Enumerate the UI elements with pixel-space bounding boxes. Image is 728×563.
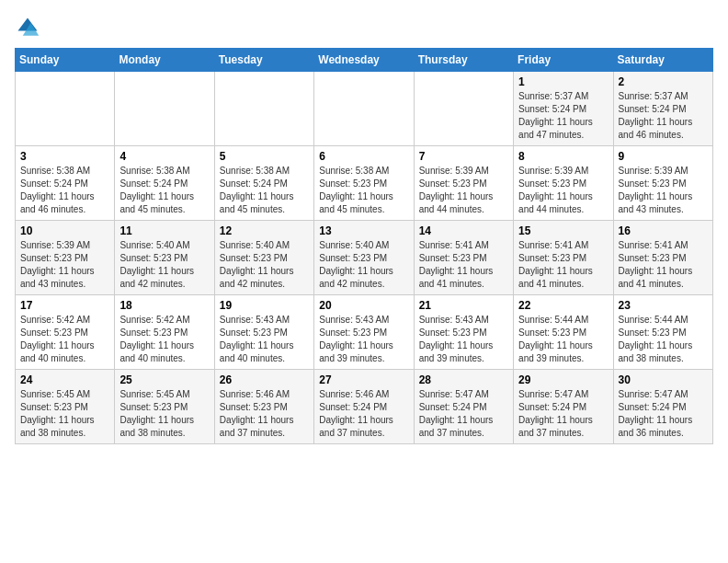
header-saturday: Saturday (613, 49, 712, 72)
day-info: Sunrise: 5:43 AMSunset: 5:23 PMDaylight:… (220, 314, 309, 365)
day-info: Sunrise: 5:40 AMSunset: 5:23 PMDaylight:… (119, 239, 209, 291)
table-row: 10Sunrise: 5:39 AMSunset: 5:23 PMDayligh… (16, 221, 115, 295)
calendar-week-row: 10Sunrise: 5:39 AMSunset: 5:23 PMDayligh… (16, 221, 713, 295)
day-info: Sunrise: 5:38 AMSunset: 5:23 PMDaylight:… (319, 165, 408, 216)
calendar-week-row: 17Sunrise: 5:42 AMSunset: 5:23 PMDayligh… (16, 295, 713, 370)
day-info: Sunrise: 5:41 AMSunset: 5:23 PMDaylight:… (518, 239, 608, 291)
table-row (16, 72, 115, 146)
table-row: 30Sunrise: 5:47 AMSunset: 5:24 PMDayligh… (613, 370, 712, 444)
day-info: Sunrise: 5:39 AMSunset: 5:23 PMDaylight:… (20, 239, 109, 291)
day-number: 15 (518, 224, 608, 237)
day-number: 7 (419, 150, 508, 163)
table-row: 3Sunrise: 5:38 AMSunset: 5:24 PMDaylight… (16, 146, 115, 221)
day-number: 8 (518, 150, 608, 163)
table-row: 7Sunrise: 5:39 AMSunset: 5:23 PMDaylight… (414, 146, 513, 221)
day-info: Sunrise: 5:40 AMSunset: 5:23 PMDaylight:… (319, 239, 408, 291)
day-info: Sunrise: 5:40 AMSunset: 5:23 PMDaylight:… (220, 239, 309, 291)
header-sunday: Sunday (16, 49, 115, 72)
table-row: 1Sunrise: 5:37 AMSunset: 5:24 PMDaylight… (514, 72, 613, 146)
day-info: Sunrise: 5:46 AMSunset: 5:23 PMDaylight:… (220, 388, 309, 440)
day-info: Sunrise: 5:39 AMSunset: 5:23 PMDaylight:… (619, 165, 708, 216)
table-row: 5Sunrise: 5:38 AMSunset: 5:24 PMDaylight… (214, 146, 313, 221)
header-wednesday: Wednesday (314, 49, 414, 72)
day-info: Sunrise: 5:38 AMSunset: 5:24 PMDaylight:… (220, 165, 309, 216)
table-row: 8Sunrise: 5:39 AMSunset: 5:23 PMDaylight… (514, 146, 613, 221)
table-row: 26Sunrise: 5:46 AMSunset: 5:23 PMDayligh… (214, 370, 313, 444)
calendar-week-row: 1Sunrise: 5:37 AMSunset: 5:24 PMDaylight… (16, 72, 713, 146)
table-row (115, 72, 214, 146)
header-thursday: Thursday (414, 49, 513, 72)
table-row: 12Sunrise: 5:40 AMSunset: 5:23 PMDayligh… (214, 221, 313, 295)
day-info: Sunrise: 5:44 AMSunset: 5:23 PMDaylight:… (619, 314, 708, 365)
calendar-table: Sunday Monday Tuesday Wednesday Thursday… (15, 48, 713, 444)
day-number: 26 (220, 373, 309, 386)
header-friday: Friday (514, 49, 613, 72)
day-info: Sunrise: 5:43 AMSunset: 5:23 PMDaylight:… (419, 314, 508, 365)
day-number: 29 (518, 373, 608, 386)
table-row: 25Sunrise: 5:45 AMSunset: 5:23 PMDayligh… (115, 370, 214, 444)
header-monday: Monday (115, 49, 214, 72)
day-info: Sunrise: 5:47 AMSunset: 5:24 PMDaylight:… (419, 388, 508, 440)
day-info: Sunrise: 5:46 AMSunset: 5:24 PMDaylight:… (319, 388, 408, 440)
day-info: Sunrise: 5:45 AMSunset: 5:23 PMDaylight:… (20, 388, 109, 440)
table-row: 17Sunrise: 5:42 AMSunset: 5:23 PMDayligh… (16, 295, 115, 370)
table-row: 16Sunrise: 5:41 AMSunset: 5:23 PMDayligh… (613, 221, 712, 295)
table-row: 29Sunrise: 5:47 AMSunset: 5:24 PMDayligh… (514, 370, 613, 444)
day-info: Sunrise: 5:41 AMSunset: 5:23 PMDaylight:… (619, 239, 708, 291)
day-number: 5 (220, 150, 309, 163)
table-row: 21Sunrise: 5:43 AMSunset: 5:23 PMDayligh… (414, 295, 513, 370)
table-row: 4Sunrise: 5:38 AMSunset: 5:24 PMDaylight… (115, 146, 214, 221)
day-number: 17 (20, 299, 109, 312)
table-row: 24Sunrise: 5:45 AMSunset: 5:23 PMDayligh… (16, 370, 115, 444)
logo (15, 15, 44, 40)
day-number: 19 (220, 299, 309, 312)
day-number: 28 (419, 373, 508, 386)
table-row: 6Sunrise: 5:38 AMSunset: 5:23 PMDaylight… (314, 146, 414, 221)
day-info: Sunrise: 5:39 AMSunset: 5:23 PMDaylight:… (518, 165, 608, 216)
day-number: 22 (518, 299, 608, 312)
day-number: 4 (119, 150, 209, 163)
day-info: Sunrise: 5:37 AMSunset: 5:24 PMDaylight:… (619, 90, 708, 142)
table-row: 2Sunrise: 5:37 AMSunset: 5:24 PMDaylight… (613, 72, 712, 146)
day-info: Sunrise: 5:38 AMSunset: 5:24 PMDaylight:… (20, 165, 109, 216)
day-info: Sunrise: 5:43 AMSunset: 5:23 PMDaylight:… (319, 314, 408, 365)
table-row: 15Sunrise: 5:41 AMSunset: 5:23 PMDayligh… (514, 221, 613, 295)
weekday-header-row: Sunday Monday Tuesday Wednesday Thursday… (16, 49, 713, 72)
day-number: 21 (419, 299, 508, 312)
day-number: 27 (319, 373, 408, 386)
table-row (414, 72, 513, 146)
day-number: 12 (220, 224, 309, 237)
day-number: 24 (20, 373, 109, 386)
table-row: 14Sunrise: 5:41 AMSunset: 5:23 PMDayligh… (414, 221, 513, 295)
day-number: 11 (119, 224, 209, 237)
logo-icon (15, 15, 40, 40)
day-number: 25 (119, 373, 209, 386)
table-row: 19Sunrise: 5:43 AMSunset: 5:23 PMDayligh… (214, 295, 313, 370)
day-number: 3 (20, 150, 109, 163)
day-number: 1 (518, 75, 608, 88)
day-info: Sunrise: 5:37 AMSunset: 5:24 PMDaylight:… (518, 90, 608, 142)
table-row: 23Sunrise: 5:44 AMSunset: 5:23 PMDayligh… (613, 295, 712, 370)
table-row: 20Sunrise: 5:43 AMSunset: 5:23 PMDayligh… (314, 295, 414, 370)
table-row: 18Sunrise: 5:42 AMSunset: 5:23 PMDayligh… (115, 295, 214, 370)
day-info: Sunrise: 5:39 AMSunset: 5:23 PMDaylight:… (419, 165, 508, 216)
calendar-week-row: 24Sunrise: 5:45 AMSunset: 5:23 PMDayligh… (16, 370, 713, 444)
day-info: Sunrise: 5:38 AMSunset: 5:24 PMDaylight:… (119, 165, 209, 216)
day-number: 6 (319, 150, 408, 163)
day-number: 10 (20, 224, 109, 237)
table-row: 9Sunrise: 5:39 AMSunset: 5:23 PMDaylight… (613, 146, 712, 221)
day-info: Sunrise: 5:45 AMSunset: 5:23 PMDaylight:… (119, 388, 209, 440)
header-tuesday: Tuesday (214, 49, 313, 72)
day-info: Sunrise: 5:42 AMSunset: 5:23 PMDaylight:… (20, 314, 109, 365)
day-info: Sunrise: 5:44 AMSunset: 5:23 PMDaylight:… (518, 314, 608, 365)
day-info: Sunrise: 5:42 AMSunset: 5:23 PMDaylight:… (119, 314, 209, 365)
day-number: 9 (619, 150, 708, 163)
day-number: 23 (619, 299, 708, 312)
day-number: 16 (619, 224, 708, 237)
table-row: 22Sunrise: 5:44 AMSunset: 5:23 PMDayligh… (514, 295, 613, 370)
calendar-week-row: 3Sunrise: 5:38 AMSunset: 5:24 PMDaylight… (16, 146, 713, 221)
table-row: 27Sunrise: 5:46 AMSunset: 5:24 PMDayligh… (314, 370, 414, 444)
table-row (214, 72, 313, 146)
day-number: 30 (619, 373, 708, 386)
day-info: Sunrise: 5:41 AMSunset: 5:23 PMDaylight:… (419, 239, 508, 291)
